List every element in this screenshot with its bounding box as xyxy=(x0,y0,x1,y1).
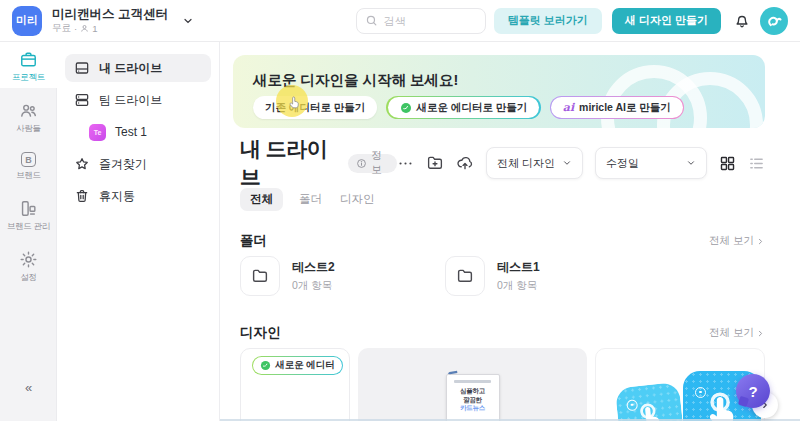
search-input[interactable] xyxy=(384,15,474,27)
grid-view-icon[interactable] xyxy=(719,155,736,172)
search-icon xyxy=(365,14,378,27)
rail-item-label: 프로젝트 xyxy=(12,72,45,82)
drive-title-row: 내 드라이브 정보 전체 디자인 xyxy=(240,145,765,181)
avatar[interactable] xyxy=(760,7,788,35)
gear-icon xyxy=(19,250,38,269)
tab-all[interactable]: 전체 xyxy=(240,188,283,211)
sidebar-item-trash[interactable]: 휴지통 xyxy=(65,182,211,210)
sidebar-item-test1[interactable]: Te Test 1 xyxy=(65,118,211,146)
create-classic-editor-button[interactable]: 기존 에디터로 만들기 xyxy=(253,96,377,119)
miricanvas-app: 미리 미리캔버스 고객센터 무료 · 1 템플릿 보러가기 새 디자인 만들기 xyxy=(0,0,800,421)
dropdown-value: 전체 디자인 xyxy=(497,156,555,171)
sidebar-item-team-drive[interactable]: 팀 드라이브 xyxy=(65,86,211,114)
projects-icon xyxy=(19,50,38,69)
sort-dropdown[interactable]: 수정일 xyxy=(595,147,707,179)
chevron-right-icon xyxy=(756,237,765,246)
drive-icon xyxy=(74,60,90,76)
team-tile-icon: Te xyxy=(89,124,106,141)
star-icon xyxy=(74,156,90,172)
drive-sidebar: 내 드라이브 팀 드라이브 Te Test 1 즐겨찾기 휴지통 xyxy=(57,42,220,421)
designs-section-header: 디자인 전체 보기 xyxy=(240,324,765,342)
rail-item-label: 브랜드 관리 xyxy=(7,221,50,231)
design-type-dropdown[interactable]: 전체 디자인 xyxy=(486,147,583,179)
collapse-sidebar-button[interactable]: « xyxy=(0,380,56,395)
new-design-button[interactable]: 새 디자인 만들기 xyxy=(612,8,721,34)
thumbnail-header-bar xyxy=(454,380,490,383)
view-templates-button[interactable]: 템플릿 보러가기 xyxy=(494,8,602,34)
chevron-down-icon xyxy=(686,158,696,168)
designs-view-all-link[interactable]: 전체 보기 xyxy=(709,326,765,340)
upload-icon[interactable] xyxy=(456,154,474,172)
folder-item-count: 0개 항목 xyxy=(292,279,335,293)
ai-icon: ai xyxy=(563,101,574,114)
folder-name: 테스트1 xyxy=(497,259,540,276)
subtitle-separator: · xyxy=(74,23,77,34)
page-title: 내 드라이브 xyxy=(240,135,338,191)
button-label: 새로운 에디터로 만들기 xyxy=(417,101,528,115)
create-new-editor-button[interactable]: 새로운 에디터로 만들기 xyxy=(386,96,540,119)
more-options-icon[interactable] xyxy=(397,155,414,172)
info-badge[interactable]: 정보 xyxy=(348,154,397,173)
rail-item-projects[interactable]: 프로젝트 xyxy=(0,42,57,88)
drive-toolbar: 전체 디자인 수정일 xyxy=(397,147,765,179)
brand-management-icon xyxy=(19,199,38,218)
sidebar-item-label: 팀 드라이브 xyxy=(99,92,162,109)
trash-icon xyxy=(74,188,90,204)
folder-card-test1[interactable]: 테스트1 0개 항목 xyxy=(445,256,641,296)
workspace-title: 미리캔버스 고객센터 xyxy=(52,7,168,21)
drive-tabs: 전체 폴더 디자인 xyxy=(240,188,377,211)
app-logo[interactable]: 미리 xyxy=(12,6,42,36)
button-label: miricle AI로 만들기 xyxy=(579,101,671,115)
rail-item-label: 설정 xyxy=(20,272,36,282)
sidebar-item-label: 휴지통 xyxy=(99,188,135,205)
sidebar-item-label: 내 드라이브 xyxy=(99,60,162,77)
new-editor-icon xyxy=(400,102,412,114)
rail-item-brand-management[interactable]: 브랜드 관리 xyxy=(0,191,57,237)
workspace-switcher[interactable]: 미리캔버스 고객센터 무료 · 1 xyxy=(52,7,168,35)
chevron-right-icon xyxy=(756,329,765,338)
hand-cursor-icon xyxy=(287,95,302,110)
list-view-icon[interactable] xyxy=(748,155,765,172)
tab-folders[interactable]: 폴더 xyxy=(297,188,324,211)
design-thumbnail: 심플하고 깔끔한 카드뉴스 xyxy=(446,374,500,421)
chevron-down-icon xyxy=(562,158,572,168)
new-editor-icon xyxy=(260,360,271,371)
help-button[interactable]: ? xyxy=(736,374,770,408)
rail-item-settings[interactable]: 설정 xyxy=(0,242,57,288)
folder-name: 테스트2 xyxy=(292,259,335,276)
rail-item-people[interactable]: 사람들 xyxy=(0,93,57,139)
team-drive-icon xyxy=(74,92,90,108)
rail-item-label: 브랜드 xyxy=(16,170,41,180)
design-card-list: 새로운 에디터 심플하고 깔끔한 카드뉴스 xyxy=(240,348,765,421)
rail-item-brand[interactable]: B 브랜드 xyxy=(0,144,57,186)
notifications-bell-icon[interactable] xyxy=(733,12,751,30)
badge-label: 새로운 에디터 xyxy=(275,359,335,372)
sidebar-item-label: 즐겨찾기 xyxy=(99,156,147,173)
primary-rail: 프로젝트 사람들 B 브랜드 브랜드 관리 설정 « xyxy=(0,42,57,421)
thumbnail-text-line: 카드뉴스 xyxy=(447,404,499,413)
workspace-subtitle: 무료 · 1 xyxy=(52,22,168,35)
member-icon xyxy=(80,24,89,33)
folder-card-test2[interactable]: 테스트2 0개 항목 xyxy=(240,256,436,296)
workspace-plan: 무료 xyxy=(52,22,71,35)
design-card-new-editor[interactable]: 새로운 에디터 xyxy=(240,348,350,421)
touch-app-icon xyxy=(615,382,685,421)
tab-designs[interactable]: 디자인 xyxy=(338,188,377,211)
view-all-label: 전체 보기 xyxy=(709,234,754,248)
top-header: 미리 미리캔버스 고객센터 무료 · 1 템플릿 보러가기 새 디자인 만들기 xyxy=(0,0,800,42)
design-card-cardnews[interactable]: 심플하고 깔끔한 카드뉴스 xyxy=(358,348,587,421)
folders-view-all-link[interactable]: 전체 보기 xyxy=(709,234,765,248)
brand-icon: B xyxy=(21,152,36,167)
create-miricle-ai-button[interactable]: ai miricle AI로 만들기 xyxy=(550,96,685,119)
info-badge-label: 정보 xyxy=(371,149,389,177)
new-folder-icon[interactable] xyxy=(426,154,444,172)
sidebar-item-label: Test 1 xyxy=(115,125,147,139)
info-icon xyxy=(356,158,367,169)
sidebar-item-my-drive[interactable]: 내 드라이브 xyxy=(65,54,211,82)
chevron-down-icon[interactable] xyxy=(182,15,194,27)
sidebar-item-favorites[interactable]: 즐겨찾기 xyxy=(65,150,211,178)
banner-buttons: 기존 에디터로 만들기 새로운 에디터로 만들기 ai miricle AI로 … xyxy=(253,96,684,119)
search-box[interactable] xyxy=(356,8,486,34)
folder-card-list: 테스트2 0개 항목 테스트1 0개 항목 xyxy=(240,256,641,296)
dropdown-value: 수정일 xyxy=(606,156,639,171)
